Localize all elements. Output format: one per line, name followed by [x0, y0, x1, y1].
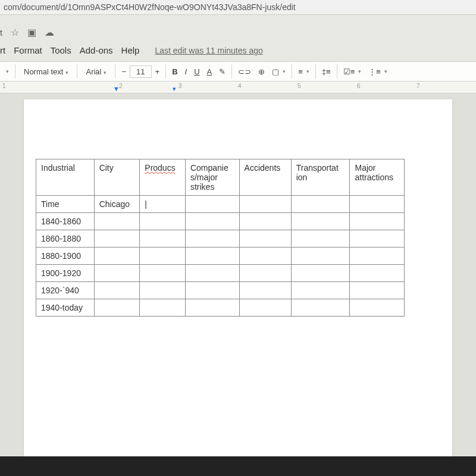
menu-item[interactable]: rt	[0, 45, 5, 55]
insert-link-button[interactable]: ⊂⊃	[234, 65, 255, 79]
table-cell[interactable]	[94, 265, 140, 282]
table-cell[interactable]	[140, 248, 186, 265]
table-cell[interactable]	[140, 230, 186, 248]
table-cell-active[interactable]	[140, 196, 186, 213]
separator	[231, 64, 232, 79]
table-cell[interactable]	[185, 196, 239, 213]
table-cell[interactable]	[291, 299, 350, 317]
cell-text: Majorattractions	[355, 163, 393, 182]
table-cell[interactable]	[140, 213, 186, 230]
table-header-cell[interactable]: Industrial	[36, 159, 95, 196]
table-cell[interactable]	[140, 299, 186, 317]
table-header-cell[interactable]: City	[94, 159, 140, 196]
underline-button[interactable]: U	[190, 65, 203, 79]
ruler-mark: 3	[178, 83, 182, 89]
table-header-cell[interactable]: Companies/majorstrikes	[185, 159, 239, 196]
paragraph-style-select[interactable]: Normal text	[18, 65, 74, 79]
table-cell[interactable]	[291, 282, 350, 299]
truncated-title: t	[0, 28, 2, 37]
table-cell[interactable]	[239, 282, 291, 299]
move-icon[interactable]: ▣	[27, 27, 36, 38]
table-cell[interactable]	[239, 230, 291, 248]
table-header-cell[interactable]: Producs	[140, 159, 186, 196]
bold-button[interactable]: B	[168, 65, 181, 79]
table-cell[interactable]	[140, 265, 186, 282]
menu-item[interactable]: Tools	[51, 45, 71, 55]
font-family-select[interactable]: Arial	[80, 65, 112, 79]
menu-item[interactable]: Format	[14, 45, 42, 55]
content-table[interactable]: Industrial City Producs Companies/majors…	[36, 159, 405, 317]
table-cell[interactable]: 1860-1880	[36, 230, 95, 248]
table-cell[interactable]: 1900-1920	[36, 265, 95, 282]
table-cell[interactable]	[239, 265, 291, 282]
last-edit-status[interactable]: Last edit was 11 minutes ago	[155, 46, 262, 55]
font-size-increase[interactable]: +	[152, 65, 164, 79]
separator	[337, 64, 337, 79]
table-cell[interactable]	[239, 213, 291, 230]
table-cell[interactable]	[239, 196, 291, 213]
table-cell[interactable]	[350, 299, 405, 317]
table-cell[interactable]	[185, 213, 239, 230]
insert-image-button[interactable]: ▢	[268, 65, 289, 79]
table-cell[interactable]	[350, 248, 405, 265]
table-header-cell[interactable]: Majorattractions	[350, 159, 405, 196]
menu-item[interactable]: Add-ons	[80, 45, 113, 55]
table-cell[interactable]: 1940-today	[36, 299, 95, 317]
table-cell[interactable]	[185, 299, 239, 317]
table-cell[interactable]	[94, 282, 140, 299]
table-cell[interactable]	[94, 299, 140, 317]
star-icon[interactable]: ☆	[11, 27, 19, 38]
table-cell[interactable]	[350, 282, 405, 299]
add-comment-button[interactable]: ⊕	[255, 65, 268, 79]
table-cell[interactable]	[140, 282, 186, 299]
table-cell[interactable]	[185, 282, 239, 299]
document-canvas[interactable]: Industrial City Producs Companies/majors…	[0, 93, 476, 456]
separator	[165, 64, 166, 79]
line-spacing-button[interactable]: ‡≡	[318, 65, 334, 79]
ruler[interactable]: 1 ▼ 2 ▾ 3 4 5 6 7	[0, 82, 476, 93]
menu-item[interactable]: Help	[121, 45, 140, 55]
table-cell[interactable]: Chicago	[94, 196, 140, 213]
tab-stop-icon[interactable]: ▾	[173, 85, 176, 93]
table-header-cell[interactable]: Transportation	[291, 159, 350, 196]
table-cell[interactable]	[94, 213, 140, 230]
table-cell[interactable]	[239, 248, 291, 265]
table-cell[interactable]	[350, 213, 405, 230]
table-cell[interactable]	[291, 230, 350, 248]
table-cell[interactable]	[291, 248, 350, 265]
table-row: 1880-1900	[36, 248, 405, 265]
font-size-input[interactable]: 11	[130, 65, 151, 78]
highlight-button[interactable]: ✎	[215, 65, 229, 79]
table-cell[interactable]	[185, 230, 239, 248]
table-cell[interactable]: Time	[36, 196, 95, 213]
align-button[interactable]: ≡	[295, 65, 313, 79]
table-cell[interactable]	[239, 299, 291, 317]
table-cell[interactable]	[185, 248, 239, 265]
table-cell[interactable]	[94, 248, 140, 265]
more-toolbar-dropdown[interactable]	[0, 66, 12, 77]
table-cell[interactable]	[94, 230, 140, 248]
table-cell[interactable]	[291, 196, 350, 213]
table-row: 1940-today	[36, 299, 405, 317]
table-cell[interactable]: 1920-`940	[36, 282, 95, 299]
page[interactable]: Industrial City Producs Companies/majors…	[24, 99, 452, 456]
table-cell[interactable]: 1880-1900	[36, 248, 95, 265]
text-color-button[interactable]: A	[203, 65, 216, 79]
table-cell[interactable]	[291, 213, 350, 230]
table-row: 1900-1920	[36, 265, 405, 282]
bulleted-list-button[interactable]: ⋮≡	[365, 65, 391, 79]
cloud-icon[interactable]: ☁	[45, 27, 54, 38]
italic-button[interactable]: I	[181, 65, 191, 79]
table-cell[interactable]	[291, 265, 350, 282]
font-size-decrease[interactable]: −	[118, 65, 130, 79]
table-cell[interactable]	[350, 230, 405, 248]
table-cell[interactable]	[350, 265, 405, 282]
checklist-button[interactable]: ☑≡	[340, 65, 365, 79]
separator	[315, 64, 316, 79]
ruler-mark: 6	[357, 83, 361, 89]
table-cell[interactable]	[185, 265, 239, 282]
address-bar[interactable]: com/document/d/1Omn9ASPxCt4H0W2fNoqe-wO9…	[0, 0, 476, 15]
table-cell[interactable]	[350, 196, 405, 213]
table-cell[interactable]: 1840-1860	[36, 213, 95, 230]
table-header-cell[interactable]: Accidents	[239, 159, 291, 196]
